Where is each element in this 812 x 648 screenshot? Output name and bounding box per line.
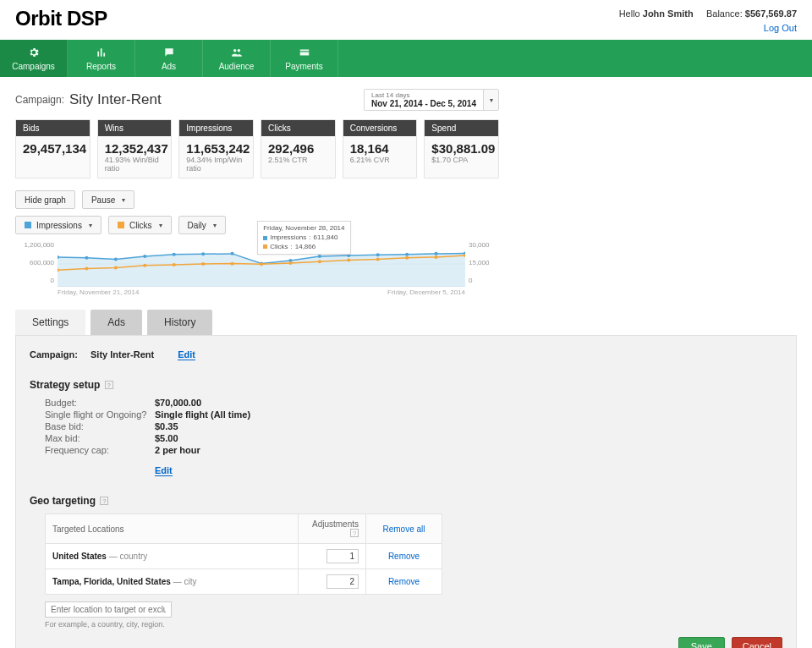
geo-remove-link[interactable]: Remove xyxy=(388,552,420,561)
campaign-label: Campaign: xyxy=(30,349,91,360)
metric-value: 29,457,134 xyxy=(16,136,90,156)
edit-strategy-link[interactable]: Edit xyxy=(155,465,173,476)
metric-clicks[interactable]: Clicks 292,496 2.51% CTR xyxy=(261,119,336,178)
page-body: Campaign: Sity Inter-Rent Last 14 days N… xyxy=(0,77,812,648)
series-b-dropdown[interactable]: Clicks ▾ xyxy=(108,216,172,234)
date-range-label: Last 14 days xyxy=(371,92,476,99)
chevron-down-icon: ▾ xyxy=(89,222,92,229)
svg-point-18 xyxy=(85,266,88,270)
tab-ads[interactable]: Ads xyxy=(91,310,142,335)
svg-point-13 xyxy=(376,253,380,256)
base-bid-label: Base bid: xyxy=(45,421,155,431)
freq-cap-value: 2 per hour xyxy=(155,445,200,455)
campaign-section: Campaign: Sity Inter-Rent Edit xyxy=(30,349,782,360)
flight-label: Single flight or Ongoing? xyxy=(45,409,155,420)
metric-sub: 41.93% Win/Bid ratio xyxy=(98,156,172,178)
svg-point-23 xyxy=(230,262,233,266)
tab-history[interactable]: History xyxy=(147,310,212,335)
save-button[interactable]: Save xyxy=(678,637,725,648)
metric-impressions[interactable]: Impressions 11,653,242 94.34% Imp/Win ra… xyxy=(178,119,254,178)
svg-point-24 xyxy=(260,262,263,266)
metric-value: 18,164 xyxy=(343,136,417,156)
nav-ads[interactable]: Ads xyxy=(135,40,203,77)
svg-point-19 xyxy=(114,266,118,270)
campaign-name-value: Sity Inter-Rent xyxy=(91,349,154,360)
x-end: Friday, December 5, 2014 xyxy=(387,288,465,296)
button-label: Daily xyxy=(188,221,206,230)
tooltip-series: Clicks xyxy=(270,243,288,251)
date-range-picker[interactable]: Last 14 days Nov 21, 2014 - Dec 5, 2014 … xyxy=(364,89,499,111)
geo-col-locations: Targeted Locations xyxy=(46,514,299,544)
svg-point-26 xyxy=(318,260,321,263)
remove-all-link[interactable]: Remove all xyxy=(382,524,425,534)
granularity-dropdown[interactable]: Daily ▾ xyxy=(178,216,226,234)
brand: Orbit DSP xyxy=(15,7,107,30)
metric-bids[interactable]: Bids 29,457,134 xyxy=(15,119,91,178)
help-icon[interactable]: ? xyxy=(100,497,108,505)
base-bid-value: $0.35 xyxy=(155,421,178,431)
button-label: Impressions xyxy=(36,221,82,230)
geo-adjustment-input[interactable] xyxy=(326,549,359,563)
table-row: United States — country Remove xyxy=(46,544,442,569)
credit-card-icon xyxy=(299,47,310,60)
button-label: Pause xyxy=(91,195,115,205)
geo-remove-link[interactable]: Remove xyxy=(388,577,420,586)
axis-tick: 1,200,000 xyxy=(20,241,54,249)
nav-payments[interactable]: Payments xyxy=(271,40,338,77)
edit-campaign-link[interactable]: Edit xyxy=(178,349,195,360)
campaign-label: Campaign: xyxy=(15,94,64,106)
geo-adjustment-input[interactable] xyxy=(326,574,359,589)
pause-button[interactable]: Pause ▾ xyxy=(82,190,134,209)
svg-point-8 xyxy=(230,252,233,255)
nav-reports[interactable]: Reports xyxy=(68,40,135,77)
help-icon[interactable]: ? xyxy=(105,381,113,389)
svg-point-22 xyxy=(201,262,205,266)
nav-label: Campaigns xyxy=(12,62,55,71)
max-bid-value: $5.00 xyxy=(155,433,178,443)
geo-location-input[interactable] xyxy=(45,601,172,618)
svg-point-20 xyxy=(143,264,146,267)
tooltip-value: 611,840 xyxy=(314,233,338,242)
tab-settings[interactable]: Settings xyxy=(15,310,85,335)
strategy-title: Strategy setup ? xyxy=(30,379,782,391)
swatch-icon xyxy=(118,222,124,228)
svg-point-14 xyxy=(405,253,409,256)
balance-label: Balance: xyxy=(706,8,743,19)
swatch-icon xyxy=(263,244,267,249)
metric-sub: 6.21% CVR xyxy=(343,156,417,169)
geo-title: Geo targeting ? xyxy=(30,495,782,507)
chevron-down-icon: ▾ xyxy=(213,222,217,229)
chart-area[interactable]: Friday, November 28, 2014 Impressions: 6… xyxy=(58,241,465,287)
header-right: Hello John Smith Balance: $567,569.87 Lo… xyxy=(619,7,797,35)
series-a-dropdown[interactable]: Impressions ▾ xyxy=(15,216,102,234)
chart-left-axis: 1,200,000 600,000 0 xyxy=(20,241,54,284)
logout-link[interactable]: Log Out xyxy=(764,23,797,33)
metric-wins[interactable]: Wins 12,352,437 41.93% Win/Bid ratio xyxy=(97,119,173,178)
hello-label: Hello xyxy=(619,8,640,19)
nav-campaigns[interactable]: Campaigns xyxy=(0,40,68,77)
axis-tick: 15,000 xyxy=(469,259,494,266)
metric-spend[interactable]: Spend $30,881.09 $1.70 CPA xyxy=(424,119,499,178)
svg-point-6 xyxy=(173,253,176,256)
nav-audience[interactable]: Audience xyxy=(203,40,271,77)
metric-conversions[interactable]: Conversions 18,164 6.21% CVR xyxy=(343,119,418,178)
table-row: Tampa, Florida, United States — city Rem… xyxy=(46,569,442,595)
svg-point-28 xyxy=(376,258,380,261)
svg-point-7 xyxy=(201,252,205,255)
axis-tick: 600,000 xyxy=(20,259,54,266)
svg-point-27 xyxy=(347,259,350,262)
gear-icon xyxy=(28,47,40,60)
geo-row-name: Tampa, Florida, United States xyxy=(52,577,171,586)
metric-title: Clicks xyxy=(261,120,335,136)
help-icon[interactable]: ? xyxy=(350,529,359,537)
max-bid-label: Max bid: xyxy=(45,433,155,443)
metric-sub: 94.34% Imp/Win ratio xyxy=(179,156,253,178)
svg-point-3 xyxy=(85,256,88,260)
cancel-button[interactable]: Cancel xyxy=(732,637,782,648)
hide-graph-button[interactable]: Hide graph xyxy=(15,190,75,209)
metric-value: $30,881.09 xyxy=(425,136,498,156)
nav-label: Ads xyxy=(162,62,176,71)
chart-x-axis: Friday, November 21, 2014 Friday, Decemb… xyxy=(58,288,465,296)
tabs: Settings Ads History xyxy=(15,310,797,335)
geo-row-name: United States xyxy=(52,552,107,561)
